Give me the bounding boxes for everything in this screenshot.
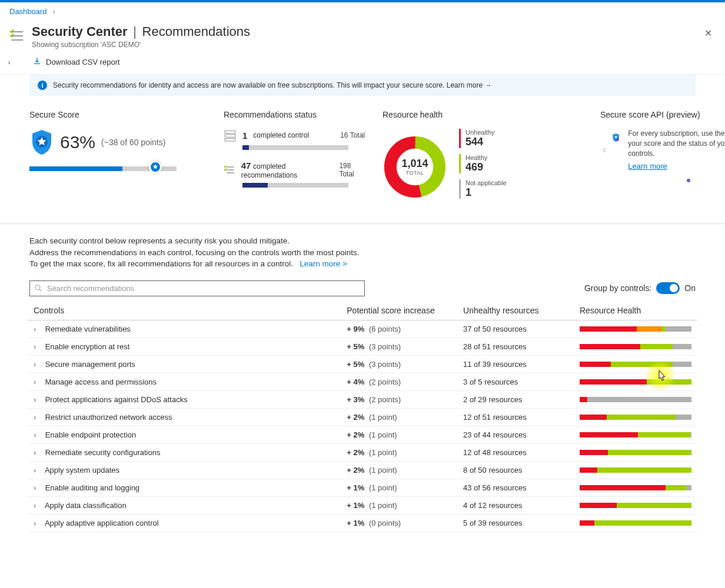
recs-progress-bar: [242, 183, 348, 188]
page-header: Security Center | Recommendations Showin…: [0, 21, 725, 52]
info-banner: i Security recommendations for identity …: [29, 75, 696, 96]
breadcrumb: Dashboard ›: [0, 2, 725, 21]
chevron-right-icon: ›: [34, 448, 43, 457]
unhealthy-label: Unhealthy: [465, 129, 495, 136]
table-row[interactable]: › Enable auditing and logging + 1% (1 po…: [28, 479, 697, 496]
resource-health-bar: [580, 503, 691, 508]
control-name: Remediate vulnerabilities: [45, 325, 131, 333]
chevron-right-icon: ›: [34, 519, 43, 527]
download-icon: [33, 57, 41, 67]
healthy-label: Healthy: [465, 154, 487, 161]
control-name: Apply system updates: [45, 466, 119, 475]
table-row[interactable]: › Restrict unauthorized network access +…: [28, 408, 697, 426]
control-name: Manage access and permissions: [45, 377, 157, 386]
table-row[interactable]: › Apply data classification + 1% (1 poin…: [28, 496, 697, 514]
col-unhealthy[interactable]: Unhealthy resources: [457, 301, 574, 320]
intro-learn-more[interactable]: Learn more >: [300, 259, 347, 268]
control-name: Secure management ports: [45, 360, 135, 369]
chevron-right-icon: ›: [34, 342, 43, 351]
control-name: Enable endpoint protection: [45, 430, 137, 439]
resource-health-bar: [580, 344, 691, 349]
resource-health-bar: [580, 432, 691, 437]
chevron-right-icon: ›: [52, 7, 55, 16]
psi-points: (1 point): [367, 448, 397, 457]
psi-percent: + 1%: [347, 483, 364, 492]
psi-percent: + 2%: [347, 448, 364, 457]
recs-icon: [224, 163, 235, 176]
group-by-label: Group by controls:: [584, 283, 651, 293]
close-button[interactable]: ✕: [701, 24, 716, 42]
resource-health-bar: [580, 467, 691, 473]
table-row[interactable]: › Enable endpoint protection + 2% (1 poi…: [28, 426, 697, 443]
completed-controls-count: 1: [242, 131, 247, 141]
table-row[interactable]: › Remediate security configurations + 2%…: [28, 443, 697, 461]
table-row[interactable]: › Apply system updates + 2% (1 point) 8 …: [28, 461, 697, 479]
table-row[interactable]: › Protect applications against DDoS atta…: [28, 390, 697, 408]
secure-score-points: (~38 of 60 points): [101, 138, 165, 147]
info-icon: i: [38, 81, 47, 90]
psi-percent: + 3%: [347, 395, 364, 404]
search-placeholder: Search recommendations: [47, 284, 134, 293]
psi-percent: + 4%: [347, 377, 364, 386]
chevron-right-icon: ›: [34, 430, 43, 439]
chevron-right-icon: ›: [34, 413, 43, 422]
unhealthy-resources: 28 of 51 resources: [457, 338, 574, 355]
psi-points: (1 point): [367, 501, 397, 510]
svg-line-16: [39, 289, 41, 291]
psi-points: (0 points): [367, 519, 401, 527]
group-by-toggle[interactable]: [656, 282, 680, 294]
resource-health-donut: 1,014 TOTAL: [383, 135, 447, 199]
chevron-right-icon: ›: [34, 325, 43, 333]
control-name: Protect applications against DDoS attack…: [45, 395, 188, 404]
breadcrumb-dashboard[interactable]: Dashboard: [9, 7, 47, 16]
psi-points: (1 point): [367, 466, 397, 475]
col-psi[interactable]: Potential score increase: [341, 301, 457, 320]
secure-score-percent: 63%: [60, 132, 95, 152]
api-label: Secure score API (preview): [600, 110, 725, 119]
svg-rect-4: [225, 131, 235, 133]
page-title-section: Recommendations: [142, 24, 250, 39]
table-row[interactable]: › Secure management ports + 5% (3 points…: [28, 355, 697, 373]
control-name: Restrict unauthorized network access: [45, 413, 172, 422]
resource-health-bar: [580, 362, 691, 367]
secure-score-label: Secure Score: [29, 110, 206, 119]
api-shield-icon: </>: [612, 129, 620, 146]
chevron-right-icon: ›: [34, 377, 43, 386]
download-csv-button[interactable]: Download CSV report: [46, 58, 120, 66]
resource-health-bar: [580, 326, 691, 332]
psi-percent: + 1%: [347, 501, 364, 510]
unhealthy-resources: 4 of 12 resources: [457, 496, 574, 514]
unhealthy-resources: 23 of 44 resources: [457, 426, 574, 443]
resource-health-label: Resource health: [383, 110, 547, 119]
stats-row: Secure Score 63% (~38 of 60 points) Reco…: [0, 103, 725, 225]
na-count: 1: [465, 186, 507, 199]
unhealthy-resources: 37 of 50 resources: [457, 320, 574, 338]
psi-percent: + 9%: [347, 325, 364, 333]
psi-points: (3 points): [367, 360, 401, 369]
resource-health-bar: [580, 485, 691, 490]
svg-rect-5: [225, 135, 235, 137]
control-name: Enable auditing and logging: [45, 483, 139, 492]
search-input[interactable]: Search recommendations: [29, 280, 365, 296]
secure-score-bar: [29, 166, 177, 171]
svg-rect-6: [225, 139, 235, 141]
control-icon: [224, 129, 237, 142]
shield-icon: [29, 129, 54, 156]
psi-points: (1 point): [367, 430, 397, 439]
col-health[interactable]: Resource Health: [574, 301, 697, 320]
table-row[interactable]: › Manage access and permissions + 4% (2 …: [28, 373, 697, 390]
table-row[interactable]: › Enable encryption at rest + 5% (3 poin…: [28, 338, 697, 355]
table-row[interactable]: › Apply adaptive application control + 1…: [28, 514, 697, 532]
toolbar: ›› Download CSV report: [0, 52, 725, 75]
recs-total: 198 Total: [339, 162, 365, 178]
svg-point-15: [35, 285, 40, 290]
carousel-dot[interactable]: [687, 179, 690, 182]
carousel-prev[interactable]: ‹: [600, 143, 608, 156]
chevron-right-icon: ›: [34, 501, 43, 510]
info-banner-text[interactable]: Security recommendations for identity an…: [53, 81, 491, 89]
api-learn-more[interactable]: Learn more: [628, 162, 725, 171]
col-controls[interactable]: Controls: [28, 301, 341, 320]
psi-percent: + 1%: [347, 519, 364, 527]
na-label: Not applicable: [465, 179, 507, 186]
table-row[interactable]: › Remediate vulnerabilities + 9% (6 poin…: [28, 320, 697, 338]
